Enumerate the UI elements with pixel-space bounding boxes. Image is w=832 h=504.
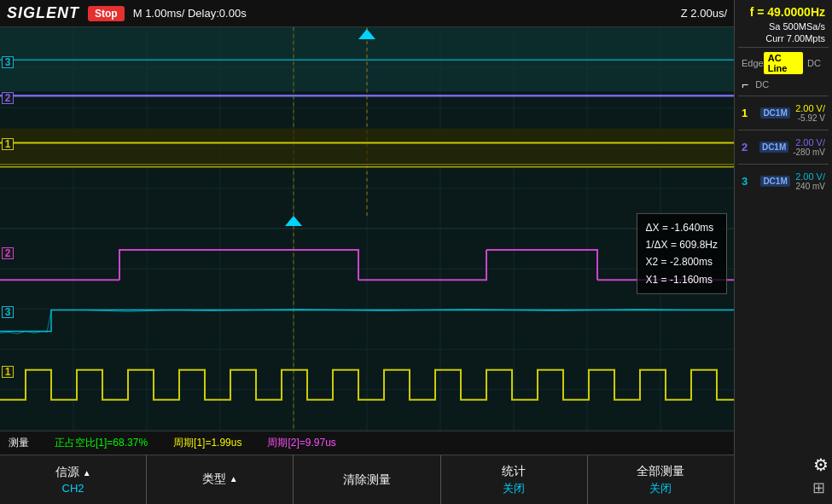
- stop-badge[interactable]: Stop: [88, 6, 125, 21]
- svg-rect-23: [0, 129, 734, 167]
- ch3-marker-top: 3: [2, 56, 14, 68]
- ch3-badge: DC1M: [760, 176, 789, 187]
- grid-icon[interactable]: ⊞: [812, 478, 825, 497]
- right-panel: f = 49.0000Hz Sa 500MSa/s Curr 7.00Mpts …: [734, 0, 832, 504]
- waveform-display: 3 2 1 2 3 1 ΔX = -1.640ms 1/ΔX = 609.8Hz…: [0, 27, 734, 431]
- zoom-display: Z 2.00us/: [681, 7, 727, 20]
- ch1-number: 1: [742, 107, 755, 119]
- btn-stats-value: 关闭: [503, 481, 525, 496]
- x2-value: X2 = -2.800ms: [646, 253, 718, 270]
- measurement-bar: 测量 正占空比[1]=68.37% 周期[1]=1.99us 周期[2]=9.9…: [0, 431, 734, 455]
- measurement-info-box: ΔX = -1.640ms 1/ΔX = 609.8Hz X2 = -2.800…: [637, 212, 727, 294]
- btn-source-value: CH2: [62, 482, 84, 495]
- rp-icon-row: ⚙: [738, 455, 829, 475]
- settings-icon[interactable]: ⚙: [813, 455, 829, 475]
- delta-x: ΔX = -1.640ms: [646, 218, 718, 235]
- edge-label: Edge: [742, 58, 764, 68]
- edge-icon: ⌐: [742, 78, 748, 91]
- ch2-number: 2: [742, 141, 755, 154]
- ch3-row[interactable]: 3 DC1M 2.00 V/ 240 mV: [738, 169, 829, 194]
- period-ch2-value: 周期[2]=9.97us: [267, 436, 335, 450]
- ch1-marker-top: 1: [2, 138, 14, 150]
- scope-area: SIGLENT Stop M 1.00ms/ Delay:0.00s Z 2.0…: [0, 0, 734, 504]
- buttons-row: 信源 ▲ CH2 类型 ▲ 清除测量 统计: [0, 455, 734, 504]
- btn-clear-label: 清除测量: [343, 472, 391, 488]
- ch2-vals: 2.00 V/ -280 mV: [793, 137, 825, 157]
- ch1-row[interactable]: 1 DC1M 2.00 V/ -5.92 V: [738, 101, 829, 125]
- ch3-vals: 2.00 V/ 240 mV: [795, 171, 825, 191]
- btn-type-label: 类型: [202, 472, 226, 487]
- logo: SIGLENT: [7, 4, 79, 22]
- ac-label[interactable]: AC Line: [764, 52, 803, 74]
- main-container: SIGLENT Stop M 1.00ms/ Delay:0.00s Z 2.0…: [0, 0, 832, 504]
- ch2-offset: -280 mV: [793, 148, 825, 157]
- svg-rect-1: [0, 27, 734, 91]
- ch2-marker-mid: 2: [2, 247, 14, 259]
- measurement-label: 测量: [9, 436, 29, 450]
- btn-type-arrow: ▲: [230, 474, 238, 484]
- duty-ch1-value: 正占空比[1]=68.37%: [55, 436, 148, 450]
- btn-all-meas-value: 关闭: [649, 481, 672, 496]
- x1-value: X1 = -1.160ms: [646, 271, 718, 288]
- btn-all-meas-label: 全部测量: [637, 464, 684, 479]
- edge-row: ⌐ DC: [738, 76, 829, 93]
- ch1-badge: DC1M: [760, 107, 789, 119]
- rp-freq: f = 49.0000Hz: [738, 3, 829, 20]
- trigger-row: Edge AC Line DC: [738, 50, 829, 76]
- ch1-vals: 2.00 V/ -5.92 V: [795, 103, 825, 123]
- btn-all-meas[interactable]: 全部测量 关闭: [588, 455, 734, 504]
- ch2-vdiv: 2.00 V/: [793, 137, 825, 148]
- period-ch1-value: 周期[1]=1.99us: [173, 436, 241, 450]
- ch3-marker-bot: 3: [2, 306, 14, 318]
- ch3-offset: 240 mV: [795, 182, 825, 191]
- rp-spacer: [738, 195, 829, 455]
- timebase-display: M 1.00ms/ Delay:0.00s: [133, 7, 672, 20]
- ch2-row[interactable]: 2 DC1M 2.00 V/ -280 mV: [738, 135, 829, 159]
- inv-delta-x: 1/ΔX = 609.8Hz: [646, 236, 718, 253]
- ch2-badge: DC1M: [759, 142, 788, 153]
- rp-bottom-icons: ⊞: [738, 475, 829, 501]
- btn-source[interactable]: 信源 ▲ CH2: [0, 455, 147, 504]
- btn-stats-label: 统计: [502, 464, 526, 479]
- ch1-vdiv: 2.00 V/: [795, 103, 825, 113]
- btn-source-arrow: ▲: [83, 468, 91, 478]
- btn-source-label: 信源: [55, 465, 79, 480]
- ch3-vdiv: 2.00 V/: [795, 171, 825, 182]
- dc-label[interactable]: DC: [803, 57, 825, 69]
- svg-marker-25: [285, 216, 302, 226]
- rp-sa: Sa 500MSa/s: [738, 20, 829, 32]
- svg-rect-0: [0, 27, 734, 431]
- waveform-svg: [0, 27, 734, 431]
- rp-divider-2: [738, 96, 829, 96]
- svg-marker-24: [358, 29, 375, 39]
- ch3-number: 3: [742, 175, 755, 188]
- btn-clear-meas[interactable]: 清除测量: [294, 455, 440, 504]
- rp-divider-4: [738, 164, 829, 165]
- ch1-marker-bot: 1: [2, 366, 14, 378]
- dc-text: DC: [755, 79, 769, 90]
- rp-curr: Curr 7.00Mpts: [738, 32, 829, 44]
- header-bar: SIGLENT Stop M 1.00ms/ Delay:0.00s Z 2.0…: [0, 0, 734, 27]
- ch1-offset: -5.92 V: [795, 113, 825, 123]
- ch2-marker-top: 2: [2, 92, 14, 104]
- btn-stats[interactable]: 统计 关闭: [441, 455, 588, 504]
- rp-divider-1: [738, 47, 829, 48]
- rp-divider-3: [738, 130, 829, 130]
- btn-type[interactable]: 类型 ▲: [147, 455, 294, 504]
